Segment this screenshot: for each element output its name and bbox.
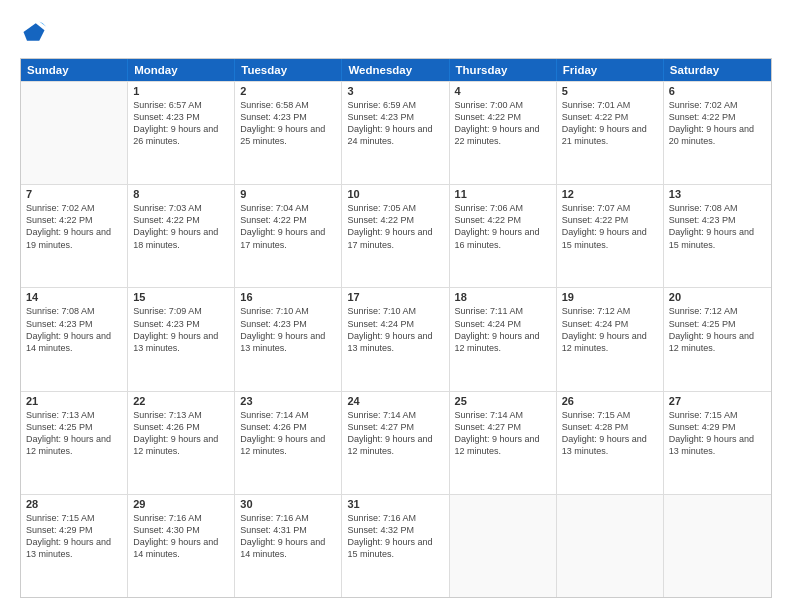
calendar-row: 21Sunrise: 7:13 AMSunset: 4:25 PMDayligh… <box>21 391 771 494</box>
day-number: 20 <box>669 291 766 303</box>
day-number: 14 <box>26 291 122 303</box>
cell-info: Sunset: 4:25 PM <box>669 318 766 330</box>
cell-info: Sunset: 4:22 PM <box>562 214 658 226</box>
day-number: 27 <box>669 395 766 407</box>
cell-info: Daylight: 9 hours and 19 minutes. <box>26 226 122 250</box>
cell-info: Sunrise: 7:16 AM <box>133 512 229 524</box>
weekday-header: Wednesday <box>342 59 449 81</box>
weekday-header: Sunday <box>21 59 128 81</box>
calendar-cell: 9Sunrise: 7:04 AMSunset: 4:22 PMDaylight… <box>235 185 342 287</box>
calendar-cell: 10Sunrise: 7:05 AMSunset: 4:22 PMDayligh… <box>342 185 449 287</box>
day-number: 8 <box>133 188 229 200</box>
cell-info: Sunset: 4:24 PM <box>562 318 658 330</box>
calendar-cell: 22Sunrise: 7:13 AMSunset: 4:26 PMDayligh… <box>128 392 235 494</box>
calendar-cell: 19Sunrise: 7:12 AMSunset: 4:24 PMDayligh… <box>557 288 664 390</box>
calendar-cell <box>557 495 664 597</box>
cell-info: Sunset: 4:22 PM <box>455 111 551 123</box>
cell-info: Sunset: 4:23 PM <box>669 214 766 226</box>
cell-info: Daylight: 9 hours and 15 minutes. <box>669 226 766 250</box>
cell-info: Sunset: 4:22 PM <box>562 111 658 123</box>
calendar-cell: 25Sunrise: 7:14 AMSunset: 4:27 PMDayligh… <box>450 392 557 494</box>
cell-info: Daylight: 9 hours and 16 minutes. <box>455 226 551 250</box>
cell-info: Daylight: 9 hours and 18 minutes. <box>133 226 229 250</box>
cell-info: Sunset: 4:26 PM <box>133 421 229 433</box>
cell-info: Daylight: 9 hours and 14 minutes. <box>26 330 122 354</box>
cell-info: Sunrise: 6:59 AM <box>347 99 443 111</box>
calendar-cell: 18Sunrise: 7:11 AMSunset: 4:24 PMDayligh… <box>450 288 557 390</box>
cell-info: Sunset: 4:25 PM <box>26 421 122 433</box>
calendar-cell: 23Sunrise: 7:14 AMSunset: 4:26 PMDayligh… <box>235 392 342 494</box>
calendar-cell: 14Sunrise: 7:08 AMSunset: 4:23 PMDayligh… <box>21 288 128 390</box>
calendar-row: 14Sunrise: 7:08 AMSunset: 4:23 PMDayligh… <box>21 287 771 390</box>
calendar-cell: 12Sunrise: 7:07 AMSunset: 4:22 PMDayligh… <box>557 185 664 287</box>
cell-info: Sunset: 4:28 PM <box>562 421 658 433</box>
cell-info: Sunrise: 7:12 AM <box>562 305 658 317</box>
calendar-cell: 4Sunrise: 7:00 AMSunset: 4:22 PMDaylight… <box>450 82 557 184</box>
cell-info: Sunset: 4:22 PM <box>133 214 229 226</box>
day-number: 22 <box>133 395 229 407</box>
cell-info: Sunrise: 7:15 AM <box>26 512 122 524</box>
cell-info: Sunrise: 6:57 AM <box>133 99 229 111</box>
calendar-cell: 8Sunrise: 7:03 AMSunset: 4:22 PMDaylight… <box>128 185 235 287</box>
cell-info: Sunset: 4:30 PM <box>133 524 229 536</box>
calendar-cell: 16Sunrise: 7:10 AMSunset: 4:23 PMDayligh… <box>235 288 342 390</box>
day-number: 19 <box>562 291 658 303</box>
weekday-header: Tuesday <box>235 59 342 81</box>
day-number: 16 <box>240 291 336 303</box>
cell-info: Sunrise: 6:58 AM <box>240 99 336 111</box>
calendar-cell <box>450 495 557 597</box>
cell-info: Daylight: 9 hours and 15 minutes. <box>562 226 658 250</box>
cell-info: Daylight: 9 hours and 13 minutes. <box>240 330 336 354</box>
cell-info: Sunrise: 7:16 AM <box>347 512 443 524</box>
cell-info: Sunset: 4:24 PM <box>347 318 443 330</box>
cell-info: Sunrise: 7:10 AM <box>347 305 443 317</box>
day-number: 1 <box>133 85 229 97</box>
calendar-cell: 15Sunrise: 7:09 AMSunset: 4:23 PMDayligh… <box>128 288 235 390</box>
calendar-cell: 1Sunrise: 6:57 AMSunset: 4:23 PMDaylight… <box>128 82 235 184</box>
day-number: 21 <box>26 395 122 407</box>
cell-info: Sunset: 4:29 PM <box>669 421 766 433</box>
cell-info: Sunrise: 7:08 AM <box>669 202 766 214</box>
day-number: 28 <box>26 498 122 510</box>
cell-info: Daylight: 9 hours and 12 minutes. <box>562 330 658 354</box>
cell-info: Sunrise: 7:02 AM <box>26 202 122 214</box>
weekday-header: Friday <box>557 59 664 81</box>
cell-info: Sunset: 4:23 PM <box>240 111 336 123</box>
cell-info: Sunrise: 7:14 AM <box>455 409 551 421</box>
cell-info: Daylight: 9 hours and 12 minutes. <box>347 433 443 457</box>
day-number: 23 <box>240 395 336 407</box>
cell-info: Sunset: 4:22 PM <box>669 111 766 123</box>
day-number: 17 <box>347 291 443 303</box>
cell-info: Sunset: 4:23 PM <box>347 111 443 123</box>
calendar-cell: 2Sunrise: 6:58 AMSunset: 4:23 PMDaylight… <box>235 82 342 184</box>
calendar-cell: 13Sunrise: 7:08 AMSunset: 4:23 PMDayligh… <box>664 185 771 287</box>
day-number: 11 <box>455 188 551 200</box>
cell-info: Sunrise: 7:03 AM <box>133 202 229 214</box>
day-number: 30 <box>240 498 336 510</box>
cell-info: Sunrise: 7:15 AM <box>669 409 766 421</box>
cell-info: Sunset: 4:29 PM <box>26 524 122 536</box>
calendar-row: 28Sunrise: 7:15 AMSunset: 4:29 PMDayligh… <box>21 494 771 597</box>
calendar-cell: 20Sunrise: 7:12 AMSunset: 4:25 PMDayligh… <box>664 288 771 390</box>
cell-info: Daylight: 9 hours and 12 minutes. <box>669 330 766 354</box>
cell-info: Sunrise: 7:10 AM <box>240 305 336 317</box>
cell-info: Sunrise: 7:14 AM <box>240 409 336 421</box>
calendar-cell: 6Sunrise: 7:02 AMSunset: 4:22 PMDaylight… <box>664 82 771 184</box>
cell-info: Daylight: 9 hours and 13 minutes. <box>562 433 658 457</box>
page: SundayMondayTuesdayWednesdayThursdayFrid… <box>0 0 792 612</box>
cell-info: Daylight: 9 hours and 12 minutes. <box>455 433 551 457</box>
calendar-cell: 26Sunrise: 7:15 AMSunset: 4:28 PMDayligh… <box>557 392 664 494</box>
calendar-row: 7Sunrise: 7:02 AMSunset: 4:22 PMDaylight… <box>21 184 771 287</box>
cell-info: Daylight: 9 hours and 24 minutes. <box>347 123 443 147</box>
cell-info: Sunset: 4:22 PM <box>347 214 443 226</box>
cell-info: Sunset: 4:26 PM <box>240 421 336 433</box>
calendar-cell <box>21 82 128 184</box>
calendar-cell: 30Sunrise: 7:16 AMSunset: 4:31 PMDayligh… <box>235 495 342 597</box>
cell-info: Sunset: 4:27 PM <box>455 421 551 433</box>
day-number: 5 <box>562 85 658 97</box>
day-number: 9 <box>240 188 336 200</box>
day-number: 3 <box>347 85 443 97</box>
cell-info: Sunrise: 7:08 AM <box>26 305 122 317</box>
cell-info: Sunrise: 7:11 AM <box>455 305 551 317</box>
cell-info: Daylight: 9 hours and 17 minutes. <box>240 226 336 250</box>
